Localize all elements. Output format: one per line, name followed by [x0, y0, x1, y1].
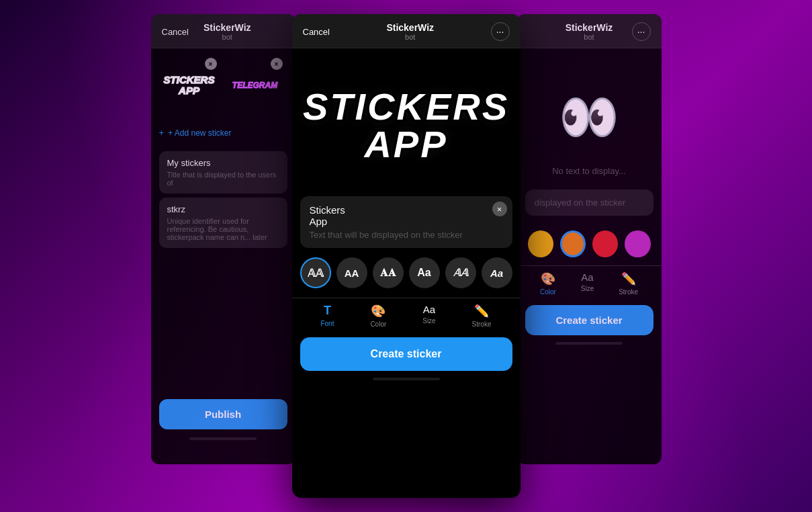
color-swatches	[517, 222, 662, 265]
center-cancel-button[interactable]: Cancel	[303, 27, 330, 37]
close-thumb-2[interactable]: ×	[271, 58, 283, 70]
size-icon: Aa	[423, 304, 435, 315]
toolbar-size[interactable]: Aa Size	[422, 304, 435, 328]
right-stroke-label: Stroke	[619, 288, 638, 296]
add-new-label: + Add new sticker	[168, 128, 231, 138]
identifier-group: stkrz Unique identifier used for referen…	[159, 198, 287, 248]
text-input-placeholder: Text that will be displayed on the stick…	[310, 230, 503, 240]
color-swatch-orange[interactable]	[560, 230, 586, 257]
center-toolbar: T Font 🎨 Color Aa Size ✏️ Stroke	[292, 298, 521, 331]
font-icon-1: 𝔸𝔸	[308, 267, 324, 280]
left-bottom-bar	[189, 437, 257, 440]
identifier-value[interactable]: stkrz	[167, 204, 279, 214]
left-bot-sub: bot	[204, 33, 251, 41]
stroke-icon: ✏️	[474, 304, 489, 318]
font-selector: 𝔸𝔸 AA 𝐀𝐀 Aa 𝔸𝔸 Aa	[292, 248, 521, 298]
center-screen: Cancel StickerWiz bot ··· STICKERSAPP × …	[292, 14, 521, 498]
right-toolbar-stroke[interactable]: ✏️ Stroke	[619, 271, 638, 296]
my-stickers-group: My stickers Title that is displayed to t…	[159, 151, 287, 194]
toolbar-font[interactable]: T Font	[320, 304, 334, 328]
right-bot-sub: bot	[566, 33, 613, 41]
left-bot-name: StickerWiz	[204, 22, 251, 33]
color-swatch-red[interactable]	[592, 230, 618, 257]
toolbar-color[interactable]: 🎨 Color	[370, 304, 386, 328]
font-option-1[interactable]: 𝔸𝔸	[300, 257, 331, 288]
screens-container: Cancel StickerWiz bot × STICKERSAPP ×	[151, 14, 662, 498]
right-more-icon: ···	[637, 26, 645, 37]
eyes-preview: 👀	[517, 48, 662, 159]
center-body: STICKERSAPP × StickersApp Text that will…	[292, 48, 521, 438]
my-stickers-label: My stickers	[167, 158, 279, 168]
size-label: Size	[422, 317, 435, 325]
right-input-area[interactable]: displayed on the sticker	[525, 189, 653, 216]
center-bot-name: StickerWiz	[386, 22, 434, 33]
color-label: Color	[370, 321, 386, 328]
font-option-4[interactable]: Aa	[409, 257, 440, 288]
center-more-button[interactable]: ···	[491, 22, 510, 41]
sticker-preview-text: STICKERSAPP	[303, 88, 509, 163]
color-swatch-purple[interactable]	[625, 230, 650, 257]
right-color-label: Color	[540, 288, 556, 296]
text-input-content[interactable]: StickersApp	[310, 204, 503, 227]
close-thumb-1[interactable]: ×	[205, 58, 217, 70]
right-header: StickerWiz bot ···	[517, 14, 662, 48]
font-icon-3: 𝐀𝐀	[380, 267, 396, 279]
font-icon-5: 𝔸𝔸	[453, 267, 468, 279]
sticker-thumb-1[interactable]: × STICKERSAPP	[159, 55, 220, 116]
text-input-area[interactable]: × StickersApp Text that will be displaye…	[300, 196, 512, 248]
font-icon-2: AA	[345, 267, 359, 279]
font-option-6[interactable]: Aa	[482, 257, 512, 288]
add-new-sticker-button[interactable]: + + Add new sticker	[151, 122, 296, 143]
left-cancel-button[interactable]: Cancel	[162, 27, 189, 37]
right-toolbar-color[interactable]: 🎨 Color	[540, 271, 556, 296]
right-create-sticker-button[interactable]: Create sticker	[525, 305, 653, 335]
center-header: Cancel StickerWiz bot ···	[292, 14, 521, 48]
eyes-emoji: 👀	[559, 89, 619, 146]
font-icon-4: Aa	[417, 267, 431, 279]
center-header-title: StickerWiz bot	[386, 22, 434, 41]
sticker-preview: STICKERSAPP	[292, 48, 521, 196]
color-swatch-yellow[interactable]	[528, 230, 553, 257]
publish-button[interactable]: Publish	[159, 399, 287, 429]
my-stickers-sub: Title that is displayed to the users of	[167, 171, 279, 187]
more-icon: ···	[496, 26, 504, 37]
create-sticker-button[interactable]: Create sticker	[300, 337, 512, 371]
right-more-button[interactable]: ···	[632, 22, 651, 41]
font-icon: T	[324, 304, 331, 318]
font-icon-6: Aa	[490, 267, 503, 279]
right-toolbar-size[interactable]: Aa Size	[581, 271, 594, 296]
font-option-5[interactable]: 𝔸𝔸	[445, 257, 476, 288]
right-header-title: StickerWiz bot	[566, 22, 613, 41]
right-bottom-bar	[555, 342, 623, 345]
right-toolbar: 🎨 Color Aa Size ✏️ Stroke	[517, 265, 662, 298]
toolbar-stroke[interactable]: ✏️ Stroke	[472, 304, 492, 328]
stroke-label: Stroke	[472, 321, 492, 328]
right-size-icon: Aa	[581, 271, 593, 283]
no-text-message: No text to display...	[517, 159, 662, 189]
center-bottom-bar	[373, 378, 440, 380]
right-stroke-icon: ✏️	[621, 271, 636, 286]
left-header: Cancel StickerWiz bot	[151, 14, 296, 48]
font-option-2[interactable]: AA	[336, 257, 367, 288]
right-screen: StickerWiz bot ··· 👀 No text to display.…	[517, 14, 662, 464]
right-bot-name: StickerWiz	[566, 22, 613, 33]
color-icon: 🎨	[371, 304, 386, 318]
sticker2-text: TELEGRAM	[232, 81, 277, 90]
identifier-sub: Unique identifier used for referencing. …	[167, 217, 279, 241]
right-body: 👀 No text to display... displayed on the…	[517, 48, 662, 345]
left-header-title: StickerWiz bot	[204, 22, 251, 41]
right-input-placeholder: displayed on the sticker	[535, 198, 626, 208]
font-label: Font	[320, 320, 334, 327]
sticker-list: × STICKERSAPP × TELEGRAM	[151, 48, 296, 122]
form-section: My stickers Title that is displayed to t…	[151, 146, 296, 257]
right-size-label: Size	[581, 285, 594, 292]
add-icon: +	[159, 128, 165, 138]
font-option-3[interactable]: 𝐀𝐀	[373, 257, 404, 288]
center-bot-sub: bot	[386, 33, 434, 41]
left-screen: Cancel StickerWiz bot × STICKERSAPP ×	[151, 14, 296, 464]
text-input-close[interactable]: ×	[492, 202, 507, 216]
sticker1-text: STICKERSAPP	[164, 75, 215, 97]
sticker-thumb-2[interactable]: × TELEGRAM	[225, 55, 285, 116]
right-color-icon: 🎨	[541, 271, 555, 286]
